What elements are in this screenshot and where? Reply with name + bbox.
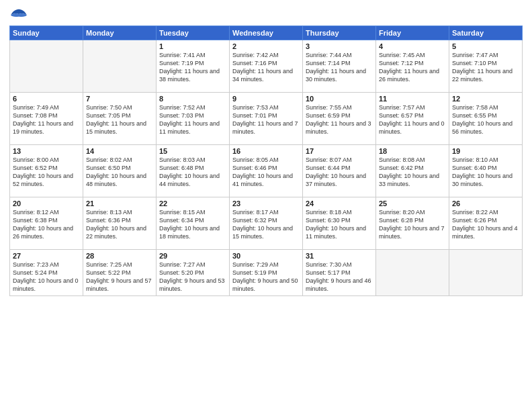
day-info: Sunrise: 8:03 AM Sunset: 6:48 PM Dayligh… xyxy=(159,156,226,189)
day-number: 7 xyxy=(86,95,153,103)
day-info: Sunrise: 8:02 AM Sunset: 6:50 PM Dayligh… xyxy=(86,156,153,189)
day-info: Sunrise: 7:29 AM Sunset: 5:19 PM Dayligh… xyxy=(232,261,300,293)
calendar-cell: 3Sunrise: 7:44 AM Sunset: 7:14 PM Daylig… xyxy=(303,40,376,93)
calendar-cell: 12Sunrise: 7:58 AM Sunset: 6:55 PM Dayli… xyxy=(449,93,523,145)
day-number: 11 xyxy=(379,95,446,103)
day-info: Sunrise: 8:07 AM Sunset: 6:44 PM Dayligh… xyxy=(306,156,373,189)
day-info: Sunrise: 7:47 AM Sunset: 7:10 PM Dayligh… xyxy=(452,51,519,84)
day-info: Sunrise: 8:15 AM Sunset: 6:34 PM Dayligh… xyxy=(159,208,226,241)
day-number: 20 xyxy=(13,199,80,208)
day-info: Sunrise: 8:12 AM Sunset: 6:38 PM Dayligh… xyxy=(13,208,80,241)
day-number: 27 xyxy=(13,252,80,260)
day-info: Sunrise: 8:20 AM Sunset: 6:28 PM Dayligh… xyxy=(379,208,446,241)
logo xyxy=(9,7,30,21)
day-number: 3 xyxy=(306,42,373,50)
day-info: Sunrise: 7:30 AM Sunset: 5:17 PM Dayligh… xyxy=(306,261,373,293)
calendar-cell: 17Sunrise: 8:07 AM Sunset: 6:44 PM Dayli… xyxy=(303,145,376,197)
day-number: 21 xyxy=(86,199,153,208)
day-number: 24 xyxy=(306,199,373,208)
calendar-cell: 16Sunrise: 8:05 AM Sunset: 6:46 PM Dayli… xyxy=(230,145,303,197)
calendar-cell: 29Sunrise: 7:27 AM Sunset: 5:20 PM Dayli… xyxy=(157,250,230,296)
calendar-cell: 8Sunrise: 7:52 AM Sunset: 7:03 PM Daylig… xyxy=(157,93,230,145)
calendar-cell: 5Sunrise: 7:47 AM Sunset: 7:10 PM Daylig… xyxy=(449,40,523,93)
day-info: Sunrise: 7:25 AM Sunset: 5:22 PM Dayligh… xyxy=(86,261,153,293)
calendar-cell: 4Sunrise: 7:45 AM Sunset: 7:12 PM Daylig… xyxy=(376,40,449,93)
calendar-cell xyxy=(10,40,83,93)
logo-bird-icon xyxy=(9,7,28,21)
day-number: 23 xyxy=(232,199,300,208)
day-number: 22 xyxy=(159,199,226,208)
day-number: 1 xyxy=(159,42,226,50)
calendar-cell: 22Sunrise: 8:15 AM Sunset: 6:34 PM Dayli… xyxy=(157,197,230,250)
calendar-cell: 28Sunrise: 7:25 AM Sunset: 5:22 PM Dayli… xyxy=(83,250,157,296)
calendar-cell: 11Sunrise: 7:57 AM Sunset: 6:57 PM Dayli… xyxy=(376,93,449,145)
day-number: 6 xyxy=(13,95,80,103)
calendar-cell: 6Sunrise: 7:49 AM Sunset: 7:08 PM Daylig… xyxy=(10,93,83,145)
day-number: 15 xyxy=(159,147,226,155)
calendar-cell: 10Sunrise: 7:55 AM Sunset: 6:59 PM Dayli… xyxy=(303,93,376,145)
calendar-weekday-header: Thursday xyxy=(303,26,376,40)
day-number: 28 xyxy=(86,252,153,260)
calendar-cell: 20Sunrise: 8:12 AM Sunset: 6:38 PM Dayli… xyxy=(10,197,83,250)
day-info: Sunrise: 7:41 AM Sunset: 7:19 PM Dayligh… xyxy=(159,51,226,84)
calendar-cell xyxy=(376,250,449,296)
calendar-cell xyxy=(83,40,157,93)
calendar-cell: 27Sunrise: 7:23 AM Sunset: 5:24 PM Dayli… xyxy=(10,250,83,296)
day-info: Sunrise: 7:49 AM Sunset: 7:08 PM Dayligh… xyxy=(13,103,80,136)
day-number: 29 xyxy=(159,252,226,260)
calendar-cell: 24Sunrise: 8:18 AM Sunset: 6:30 PM Dayli… xyxy=(303,197,376,250)
day-info: Sunrise: 7:42 AM Sunset: 7:16 PM Dayligh… xyxy=(232,51,300,84)
day-info: Sunrise: 8:08 AM Sunset: 6:42 PM Dayligh… xyxy=(379,156,446,189)
day-info: Sunrise: 8:13 AM Sunset: 6:36 PM Dayligh… xyxy=(86,208,153,241)
calendar-weekday-header: Wednesday xyxy=(230,26,303,40)
day-number: 2 xyxy=(232,42,300,50)
day-info: Sunrise: 8:05 AM Sunset: 6:46 PM Dayligh… xyxy=(232,156,300,189)
day-info: Sunrise: 7:53 AM Sunset: 7:01 PM Dayligh… xyxy=(232,103,300,136)
calendar-cell: 21Sunrise: 8:13 AM Sunset: 6:36 PM Dayli… xyxy=(83,197,157,250)
day-number: 9 xyxy=(232,95,300,103)
day-number: 13 xyxy=(13,147,80,155)
day-info: Sunrise: 8:22 AM Sunset: 6:26 PM Dayligh… xyxy=(452,208,519,241)
day-info: Sunrise: 7:50 AM Sunset: 7:05 PM Dayligh… xyxy=(86,103,153,136)
calendar-header-row: SundayMondayTuesdayWednesdayThursdayFrid… xyxy=(10,26,523,40)
day-number: 31 xyxy=(306,252,373,260)
calendar-cell: 9Sunrise: 7:53 AM Sunset: 7:01 PM Daylig… xyxy=(230,93,303,145)
calendar-weekday-header: Saturday xyxy=(449,26,523,40)
calendar-cell xyxy=(449,250,523,296)
day-info: Sunrise: 7:57 AM Sunset: 6:57 PM Dayligh… xyxy=(379,103,446,136)
day-info: Sunrise: 7:27 AM Sunset: 5:20 PM Dayligh… xyxy=(159,261,226,293)
day-number: 26 xyxy=(452,199,519,208)
day-number: 5 xyxy=(452,42,519,50)
day-info: Sunrise: 7:44 AM Sunset: 7:14 PM Dayligh… xyxy=(306,51,373,84)
calendar-table: SundayMondayTuesdayWednesdayThursdayFrid… xyxy=(9,26,523,296)
calendar-cell: 14Sunrise: 8:02 AM Sunset: 6:50 PM Dayli… xyxy=(83,145,157,197)
day-number: 30 xyxy=(232,252,300,260)
calendar-weekday-header: Sunday xyxy=(10,26,83,40)
calendar-container: SundayMondayTuesdayWednesdayThursdayFrid… xyxy=(0,0,532,411)
day-info: Sunrise: 7:45 AM Sunset: 7:12 PM Dayligh… xyxy=(379,51,446,84)
day-number: 17 xyxy=(306,147,373,155)
calendar-weekday-header: Monday xyxy=(83,26,157,40)
calendar-cell: 15Sunrise: 8:03 AM Sunset: 6:48 PM Dayli… xyxy=(157,145,230,197)
day-info: Sunrise: 8:17 AM Sunset: 6:32 PM Dayligh… xyxy=(232,208,300,241)
day-info: Sunrise: 8:10 AM Sunset: 6:40 PM Dayligh… xyxy=(452,156,519,189)
day-info: Sunrise: 7:23 AM Sunset: 5:24 PM Dayligh… xyxy=(13,261,80,293)
calendar-weekday-header: Tuesday xyxy=(157,26,230,40)
day-number: 10 xyxy=(306,95,373,103)
day-number: 25 xyxy=(379,199,446,208)
day-info: Sunrise: 8:00 AM Sunset: 6:52 PM Dayligh… xyxy=(13,156,80,189)
calendar-weekday-header: Friday xyxy=(376,26,449,40)
day-number: 14 xyxy=(86,147,153,155)
calendar-cell: 18Sunrise: 8:08 AM Sunset: 6:42 PM Dayli… xyxy=(376,145,449,197)
calendar-cell: 30Sunrise: 7:29 AM Sunset: 5:19 PM Dayli… xyxy=(230,250,303,296)
day-number: 18 xyxy=(379,147,446,155)
day-info: Sunrise: 7:52 AM Sunset: 7:03 PM Dayligh… xyxy=(159,103,226,136)
day-number: 19 xyxy=(452,147,519,155)
calendar-cell: 19Sunrise: 8:10 AM Sunset: 6:40 PM Dayli… xyxy=(449,145,523,197)
calendar-cell: 13Sunrise: 8:00 AM Sunset: 6:52 PM Dayli… xyxy=(10,145,83,197)
calendar-cell: 26Sunrise: 8:22 AM Sunset: 6:26 PM Dayli… xyxy=(449,197,523,250)
day-info: Sunrise: 8:18 AM Sunset: 6:30 PM Dayligh… xyxy=(306,208,373,241)
calendar-cell: 25Sunrise: 8:20 AM Sunset: 6:28 PM Dayli… xyxy=(376,197,449,250)
calendar-cell: 1Sunrise: 7:41 AM Sunset: 7:19 PM Daylig… xyxy=(157,40,230,93)
day-number: 4 xyxy=(379,42,446,50)
